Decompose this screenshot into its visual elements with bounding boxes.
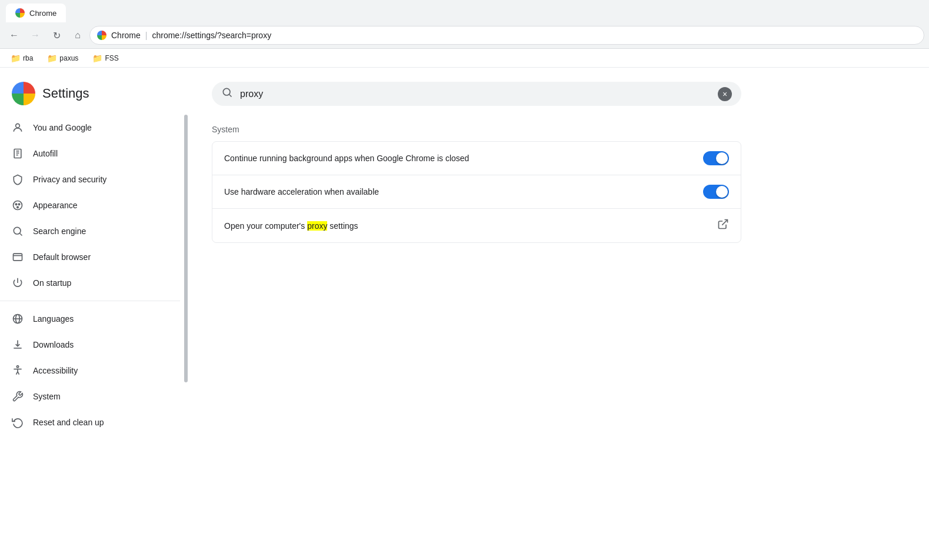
sidebar-item-default-browser[interactable]: Default browser: [0, 244, 171, 270]
folder-icon: 📁: [47, 54, 57, 63]
browser-icon: [12, 251, 24, 263]
sidebar-item-label: Accessibility: [33, 366, 78, 375]
download-icon: [12, 339, 24, 351]
settings-row-hardware-acceleration: Use hardware acceleration when available: [212, 175, 741, 209]
sidebar-item-privacy-security[interactable]: Privacy and security: [0, 166, 171, 192]
reload-button[interactable]: ↻: [47, 26, 66, 45]
svg-line-10: [20, 234, 22, 236]
search-icon: [221, 86, 233, 101]
proxy-text-before: Open your computer's: [224, 221, 307, 231]
search-icon: [12, 225, 24, 237]
nav-bar: ← → ↻ ⌂ Chrome | chrome://settings/?sear…: [0, 22, 929, 48]
sidebar-item-label: System: [33, 392, 61, 401]
sidebar-scroll-area: You and Google Autofill Privacy and secu…: [0, 115, 188, 560]
search-clear-button[interactable]: ×: [718, 87, 732, 101]
sidebar-item-label: Downloads: [33, 340, 74, 349]
settings-card: Continue running background apps when Go…: [212, 141, 741, 243]
sidebar-item-system[interactable]: System: [0, 384, 171, 409]
address-favicon: [97, 31, 106, 40]
sidebar-item-you-and-google[interactable]: You and Google: [0, 115, 171, 141]
section-title: System: [212, 125, 905, 134]
wrench-icon: [12, 391, 24, 402]
history-icon: [12, 416, 24, 428]
tab-bar: Chrome: [0, 0, 929, 22]
folder-icon: 📁: [11, 54, 21, 63]
scrollbar-thumb: [184, 115, 188, 382]
sidebar-item-autofill[interactable]: Autofill: [0, 141, 171, 166]
sidebar-scrollbar[interactable]: [184, 115, 188, 560]
background-apps-text: Continue running background apps when Go…: [224, 154, 694, 163]
bookmark-rba[interactable]: 📁 rba: [6, 52, 38, 64]
bookmark-label: FSS: [105, 54, 118, 62]
palette-icon: [12, 199, 24, 211]
proxy-text-after: settings: [327, 221, 358, 231]
address-url: chrome://settings/?search=proxy: [152, 31, 271, 40]
sidebar-item-label: On startup: [33, 278, 71, 288]
settings-row-background-apps: Continue running background apps when Go…: [212, 142, 741, 175]
address-bar[interactable]: Chrome | chrome://settings/?search=proxy: [89, 26, 924, 45]
hardware-acceleration-text: Use hardware acceleration when available: [224, 187, 694, 196]
hardware-acceleration-toggle[interactable]: [703, 185, 729, 199]
search-input[interactable]: [240, 89, 711, 99]
svg-point-9: [14, 227, 21, 234]
sidebar-item-label: Languages: [33, 314, 74, 324]
svg-point-6: [15, 204, 17, 205]
sidebar: Settings You and Google Autofill: [0, 68, 188, 560]
toggle-thumb: [716, 186, 728, 198]
accessibility-icon: [12, 365, 24, 376]
active-tab[interactable]: Chrome: [6, 4, 66, 22]
settings-title: Settings: [42, 86, 89, 101]
search-bar[interactable]: ×: [212, 82, 741, 106]
forward-button[interactable]: →: [26, 26, 45, 45]
sidebar-item-appearance[interactable]: Appearance: [0, 192, 171, 218]
sidebar-item-label: You and Google: [33, 123, 92, 132]
sidebar-item-label: Privacy and security: [33, 175, 106, 184]
sidebar-item-reset-cleanup[interactable]: Reset and clean up: [0, 409, 171, 435]
background-apps-toggle[interactable]: [703, 151, 729, 165]
tab-favicon: [15, 8, 25, 18]
bookmark-label: paxus: [59, 54, 78, 62]
sidebar-item-label: Search engine: [33, 226, 86, 236]
svg-point-17: [223, 88, 230, 95]
browser-chrome: Chrome ← → ↻ ⌂ Chrome | chrome://setting…: [0, 0, 929, 49]
folder-icon: 📁: [92, 54, 102, 63]
sidebar-divider: [0, 301, 180, 301]
sidebar-item-label: Autofill: [33, 149, 58, 158]
sidebar-item-search-engine[interactable]: Search engine: [0, 218, 171, 244]
svg-rect-11: [14, 254, 22, 261]
power-icon: [12, 277, 24, 289]
chrome-logo: [12, 82, 35, 105]
sidebar-item-downloads[interactable]: Downloads: [0, 332, 171, 358]
globe-icon: [12, 313, 24, 325]
sidebar-item-languages[interactable]: Languages: [0, 306, 171, 332]
proxy-settings-text: Open your computer's proxy settings: [224, 221, 708, 231]
settings-container: Settings You and Google Autofill: [0, 68, 929, 560]
bookmark-label: rba: [23, 54, 33, 62]
proxy-highlight: proxy: [307, 221, 327, 231]
svg-point-8: [17, 206, 19, 208]
address-brand: Chrome: [111, 31, 141, 40]
svg-point-0: [16, 124, 20, 128]
back-button[interactable]: ←: [5, 26, 24, 45]
toggle-thumb: [716, 152, 728, 164]
sidebar-item-on-startup[interactable]: On startup: [0, 270, 171, 296]
svg-line-19: [722, 220, 727, 225]
settings-row-proxy[interactable]: Open your computer's proxy settings: [212, 209, 741, 242]
address-separator: |: [145, 31, 148, 40]
sidebar-item-label: Appearance: [33, 201, 78, 210]
main-content: × System Continue running background app…: [188, 68, 929, 560]
sidebar-item-label: Reset and clean up: [33, 418, 104, 427]
svg-point-16: [16, 366, 18, 368]
sidebar-item-accessibility[interactable]: Accessibility: [0, 358, 171, 384]
bookmarks-bar: 📁 rba 📁 paxus 📁 FSS: [0, 49, 929, 68]
person-icon: [12, 122, 24, 134]
bookmark-fss[interactable]: 📁 FSS: [88, 52, 123, 64]
sidebar-header: Settings: [0, 68, 188, 115]
bookmark-paxus[interactable]: 📁 paxus: [42, 52, 83, 64]
assignment-icon: [12, 148, 24, 159]
svg-point-7: [18, 204, 20, 205]
external-link-icon[interactable]: [717, 218, 729, 233]
sidebar-item-label: Default browser: [33, 252, 91, 262]
home-button[interactable]: ⌂: [68, 26, 87, 45]
svg-line-18: [229, 95, 232, 97]
